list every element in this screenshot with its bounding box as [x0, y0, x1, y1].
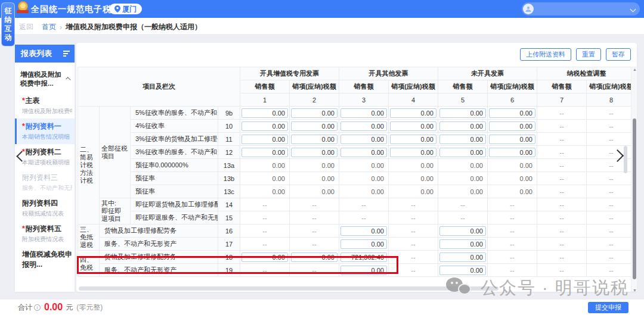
amount-text: 0.00 [438, 185, 488, 198]
amount-input[interactable]: 0.00 [489, 121, 535, 131]
report-group-label: 增值税及附加税费申报... [20, 70, 67, 88]
vertical-scrollbar[interactable]: ▲ ▼ [631, 67, 637, 292]
back-link[interactable]: 返回 [19, 22, 33, 32]
table-scrollbar-thumb[interactable] [624, 146, 627, 173]
amount-input[interactable]: 0.00 [340, 148, 387, 157]
col-num: 8 [587, 93, 636, 107]
sidebar-item-appendix-1[interactable]: *附列资料一 本期销售情况明细 [15, 118, 75, 144]
amount-input[interactable]: 0.00 [390, 121, 436, 131]
amount-input[interactable]: 0.00 [242, 148, 288, 157]
sidebar-item-main-form[interactable]: *主表 增值税及附加税费申报表 [15, 93, 75, 118]
empty-cell: -- [587, 133, 636, 146]
amount-input[interactable]: 0.00 [291, 252, 338, 262]
item-title: 主表 [26, 96, 40, 105]
vertical-scrollbar-thumb[interactable] [633, 118, 636, 279]
col-num: 2 [290, 93, 339, 107]
item-subtitle: 本期销售情况明细 [22, 133, 72, 141]
item-subtitle: 税额抵减情况表 [22, 210, 72, 218]
amount-text: 0.00 [438, 172, 488, 185]
table-row: 服务、不动产和无形资产19 ----0.00--0.00------ [78, 264, 636, 277]
empty-cell: -- [389, 264, 438, 277]
empty-cell: -- [587, 211, 636, 224]
amount-input[interactable]: 0.00 [439, 266, 486, 275]
breadcrumb-bar: 返回 首页 › 增值税及附加税费申报（一般纳税人适用） [0, 18, 644, 35]
amount-input[interactable]: 0.00 [439, 108, 486, 118]
item-subtitle: 增值税及附加税费申报表 [22, 107, 72, 116]
amount-input[interactable]: 0.00 [439, 135, 486, 144]
location-pill[interactable]: 厦门 [109, 4, 142, 14]
scroll-down-icon[interactable]: ▼ [632, 288, 637, 292]
reset-button[interactable]: 重置 [576, 48, 601, 61]
form-toolbar: 上传附送资料 重置 暂存 [520, 48, 631, 61]
amount-input[interactable]: 0.00 [489, 135, 535, 144]
report-group-header[interactable]: 增值税及附加税费申报... [15, 63, 75, 93]
empty-cell: -- [290, 224, 339, 238]
amount-input[interactable]: 0.00 [340, 226, 387, 236]
col-sales: 销售额 [339, 80, 389, 93]
location-pin-icon [114, 5, 120, 13]
amount-input[interactable]: 0.00 [390, 108, 436, 118]
amount-input[interactable]: 0.00 [291, 148, 338, 157]
amount-input[interactable]: 0.00 [489, 148, 535, 157]
amount-input[interactable]: 0.00 [340, 108, 387, 118]
upload-attachments-button[interactable]: 上传附送资料 [520, 48, 571, 61]
amount-input[interactable]: 0.00 [242, 135, 288, 144]
row-label: 3%征收率的服务、不动产和无形资产 [131, 146, 218, 159]
col-num: 4 [389, 93, 438, 107]
empty-cell: -- [537, 198, 587, 211]
amount-input[interactable]: 0.00 [439, 226, 486, 236]
amount-input-highlighted[interactable]: 721,362.40 [340, 252, 387, 262]
empty-cell: -- [488, 198, 537, 211]
row-label: 4%征收率 [131, 120, 218, 133]
table-row: 预征率13c 0.000.000.000.000.000.00 ---- [78, 185, 636, 198]
submit-declaration-button[interactable]: 提交申报 [588, 302, 628, 313]
chevron-down-icon[interactable] [630, 6, 636, 12]
row-label: 预征率0.000000% [131, 159, 218, 172]
amount-input[interactable]: 0.00 [291, 135, 338, 144]
row-label: 5%征收率的服务、不动产和无形资产 [131, 107, 218, 120]
user-pill[interactable] [522, 2, 640, 15]
amount-input[interactable]: 0.00 [439, 148, 486, 157]
row-num: 9b [218, 107, 240, 120]
col-group-other-invoice: 开具其他发票 [339, 67, 438, 80]
interaction-side-tab[interactable]: 征纳互动 [1, 2, 15, 46]
sidebar-item-appendix-3[interactable]: 附列资料三 服务、不动产和无形资产扣.. [15, 170, 75, 195]
save-draft-button[interactable]: 暂存 [606, 48, 631, 61]
list-icon[interactable] [63, 49, 70, 58]
amount-input[interactable]: 0.00 [291, 108, 338, 118]
scroll-right-handle[interactable] [613, 151, 622, 163]
empty-cell: -- [587, 185, 636, 198]
amount-input[interactable]: 0.00 [242, 121, 288, 131]
amount-input[interactable]: 0.00 [340, 239, 387, 249]
table-corner-header: 项目及栏次 [78, 67, 240, 107]
amount-input[interactable]: 0.00 [439, 239, 486, 249]
amount-input[interactable]: 0.00 [439, 252, 486, 262]
amount-input[interactable]: 0.00 [340, 266, 387, 275]
row-label: 预征率 [131, 185, 218, 198]
amount-input[interactable]: 0.00 [390, 148, 436, 157]
horizontal-scrollbar[interactable] [79, 286, 499, 291]
amount-input[interactable]: 0.00 [340, 135, 387, 144]
amount-text: 0.00 [389, 172, 438, 185]
sidebar-item-appendix-4[interactable]: 附列资料四 税额抵减情况表 [15, 195, 75, 221]
col-group-no-invoice: 未开具发票 [438, 67, 537, 80]
panel-collapse-handle[interactable] [18, 152, 26, 163]
row-num: 19 [218, 264, 240, 277]
breadcrumb-home[interactable]: 首页 [42, 22, 56, 32]
amount-input[interactable]: 0.00 [390, 135, 436, 144]
item-subtitle: 服务、不动产和无形资产扣.. [22, 184, 72, 192]
info-icon[interactable]: i [34, 304, 41, 311]
col-num: 6 [488, 93, 537, 107]
sidebar-item-tax-reduction[interactable]: 增值税减免税申报明... [15, 247, 75, 273]
amount-input[interactable]: 0.00 [242, 108, 288, 118]
page: 全国统一规范电子税务局 厦门 征纳互动 返回 首页 › 增值税及附加税费申报（一… [0, 0, 644, 315]
amount-input[interactable]: 0.00 [242, 252, 288, 262]
amount-input[interactable]: 0.00 [291, 121, 338, 131]
scroll-up-icon[interactable]: ▲ [632, 67, 637, 71]
sidebar-item-appendix-5[interactable]: *附列资料五 附加税费情况表 [15, 221, 75, 247]
amount-input[interactable]: 0.00 [489, 108, 535, 118]
amount-input[interactable]: 0.00 [340, 121, 387, 131]
amount-input[interactable]: 0.00 [439, 121, 486, 131]
empty-cell: -- [587, 146, 636, 159]
row-group-exempt-credit-refund: 三、免抵退税 [78, 224, 100, 251]
